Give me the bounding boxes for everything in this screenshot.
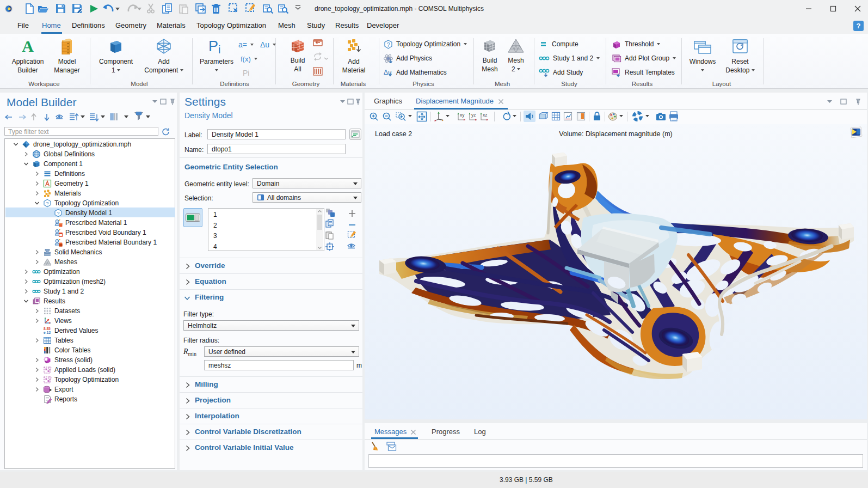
svg-text:yz: yz (471, 112, 476, 118)
svg-text:?: ? (386, 41, 390, 47)
svg-text:8.85: 8.85 (44, 327, 51, 331)
svg-text:P: P (208, 38, 218, 54)
svg-text:e-12: e-12 (44, 331, 51, 334)
svg-text:xy: xy (460, 112, 465, 118)
svg-text:xz: xz (483, 112, 488, 118)
svg-text:i: i (218, 44, 220, 54)
svg-text:?: ? (57, 210, 59, 216)
svg-text:?: ? (46, 200, 48, 206)
svg-text:A: A (22, 38, 34, 54)
